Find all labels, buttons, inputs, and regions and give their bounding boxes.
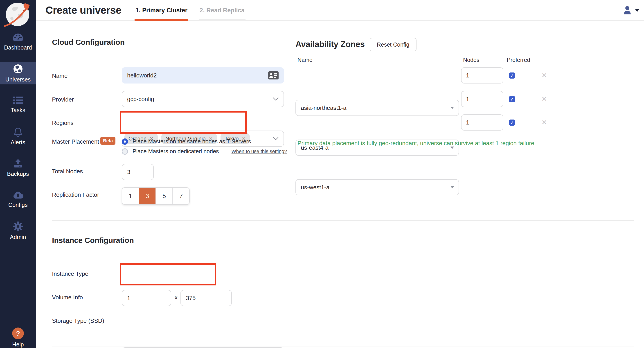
total-nodes-input[interactable]: 3: [122, 164, 154, 180]
az-zone-select[interactable]: us-west1-a: [296, 179, 459, 196]
check-icon: ✓: [510, 96, 514, 102]
az-column-name: Name: [298, 57, 312, 63]
az-preferred-checkbox[interactable]: ✓: [509, 120, 515, 126]
check-icon: ✓: [510, 73, 514, 78]
az-nodes-input[interactable]: 1: [461, 67, 503, 84]
sidebar-item-universes[interactable]: Universes: [0, 62, 36, 84]
az-column-preferred: Preferred: [507, 57, 530, 63]
sidebar-item-label: Dashboard: [4, 44, 32, 51]
help-icon: ?: [12, 328, 24, 339]
total-nodes-label: Total Nodes: [52, 168, 83, 175]
sidebar-item-label: Tasks: [11, 107, 26, 114]
chevron-down-icon: [635, 9, 640, 12]
instance-type-annotation-box: [120, 263, 216, 286]
az-column-nodes: Nodes: [463, 57, 479, 63]
storage-type-label: Storage Type (SSD): [52, 318, 104, 324]
caret-down-icon: [450, 146, 454, 149]
az-nodes-input[interactable]: 1: [461, 114, 503, 130]
bottom-divider: [52, 346, 634, 346]
top-header: [36, 0, 644, 21]
replication-factor-selector: 1 3 5 7: [122, 187, 190, 205]
sidebar-item-alerts[interactable]: Alerts: [0, 125, 36, 148]
chevron-down-icon: [273, 137, 278, 140]
sidebar-item-configs[interactable]: Configs: [0, 188, 36, 210]
sidebar-item-backups[interactable]: Backups: [0, 156, 36, 179]
tab-primary-cluster[interactable]: 1. Primary Cluster: [134, 0, 188, 21]
sidebar-nav: Dashboard Universes Tasks: [0, 30, 36, 251]
volume-info-label: Volume Info: [52, 294, 83, 301]
yugabyte-logo: [3, 1, 33, 27]
az-remove-row-icon[interactable]: ✕: [542, 96, 547, 102]
regions-annotation-box: [120, 111, 246, 134]
instance-type-label: Instance Type: [52, 270, 88, 277]
volume-multiplier: x: [174, 294, 178, 301]
when-to-use-setting-link[interactable]: When to use this setting?: [232, 148, 287, 154]
tab-read-replica[interactable]: 2. Read Replica: [199, 0, 246, 21]
sidebar-item-label: Configs: [8, 202, 28, 208]
gauge-icon: [12, 33, 24, 42]
inactive-tab-underline: [199, 19, 246, 21]
beta-badge: Beta: [100, 137, 116, 145]
sidebar-item-tasks[interactable]: Tasks: [0, 94, 36, 116]
rf-option-5[interactable]: 5: [156, 188, 173, 204]
instance-config-heading: Instance Configuration: [52, 236, 134, 245]
task-list-icon: [13, 96, 23, 105]
sidebar-item-dashboard[interactable]: Dashboard: [0, 30, 36, 53]
chevron-down-icon: [273, 97, 278, 101]
caret-down-icon: [450, 186, 454, 188]
az-preferred-checkbox[interactable]: ✓: [509, 96, 515, 102]
check-icon: ✓: [510, 120, 514, 126]
sidebar-item-label: Admin: [10, 234, 26, 240]
wizard-tabs: 1. Primary Cluster 2. Read Replica: [134, 0, 246, 21]
user-menu[interactable]: [618, 0, 644, 20]
rf-option-7[interactable]: 7: [173, 188, 189, 204]
volume-count-input[interactable]: 1: [122, 290, 171, 306]
geo-redundancy-status: Primary data placement is fully geo-redu…: [298, 140, 534, 147]
az-nodes-input[interactable]: 1: [461, 91, 503, 107]
az-remove-row-icon[interactable]: ✕: [542, 119, 547, 126]
universe-name-input[interactable]: helloworld2: [122, 67, 284, 84]
sidebar-item-label: Alerts: [10, 139, 25, 146]
page-title: Create universe: [46, 4, 122, 16]
user-icon: [622, 6, 632, 15]
sidebar-item-help[interactable]: ? Help: [0, 328, 36, 348]
availability-zones-heading: Availability Zones: [296, 40, 365, 49]
radio-unselected-icon[interactable]: [122, 148, 128, 155]
cloud-config-heading: Cloud Configuration: [52, 38, 125, 46]
provider-label: Provider: [52, 96, 74, 103]
sidebar-item-label: Universes: [6, 76, 31, 83]
sidebar-item-label: Backups: [7, 170, 29, 177]
sidebar-item-admin[interactable]: Admin: [0, 220, 36, 242]
bell-icon: [13, 127, 23, 137]
rf-option-1[interactable]: 1: [122, 188, 139, 204]
az-preferred-checkbox[interactable]: ✓: [509, 72, 515, 78]
gear-icon: [13, 221, 23, 232]
az-remove-row-icon[interactable]: ✕: [542, 72, 547, 79]
master-placement-option-dedicated[interactable]: Place Masters on dedicated nodes When to…: [122, 148, 287, 155]
az-zone-select[interactable]: asia-northeast1-a: [296, 100, 459, 116]
reset-config-button[interactable]: Reset Config: [370, 38, 416, 51]
name-label: Name: [52, 72, 68, 80]
autofill-contact-icon: [268, 71, 278, 80]
section-divider: [52, 220, 634, 220]
volume-size-input[interactable]: 375: [180, 290, 232, 306]
help-label: Help: [12, 341, 24, 348]
globe-icon: [13, 64, 23, 74]
master-placement-option-same[interactable]: Place Masters on the same nodes as T-Ser…: [122, 138, 251, 145]
cloud-upload-icon: [12, 190, 24, 200]
caret-down-icon: [450, 107, 454, 109]
master-placement-label: Master Placement: [52, 138, 99, 145]
active-tab-underline: [134, 19, 188, 21]
sidebar: Dashboard Universes Tasks: [0, 0, 36, 348]
radio-selected-icon[interactable]: [122, 138, 128, 145]
provider-select[interactable]: gcp-config: [122, 91, 284, 107]
regions-label: Regions: [52, 120, 73, 126]
replication-factor-label: Replication Factor: [52, 191, 99, 198]
backup-upload-icon: [12, 158, 24, 168]
rf-option-3-selected[interactable]: 3: [139, 188, 156, 204]
